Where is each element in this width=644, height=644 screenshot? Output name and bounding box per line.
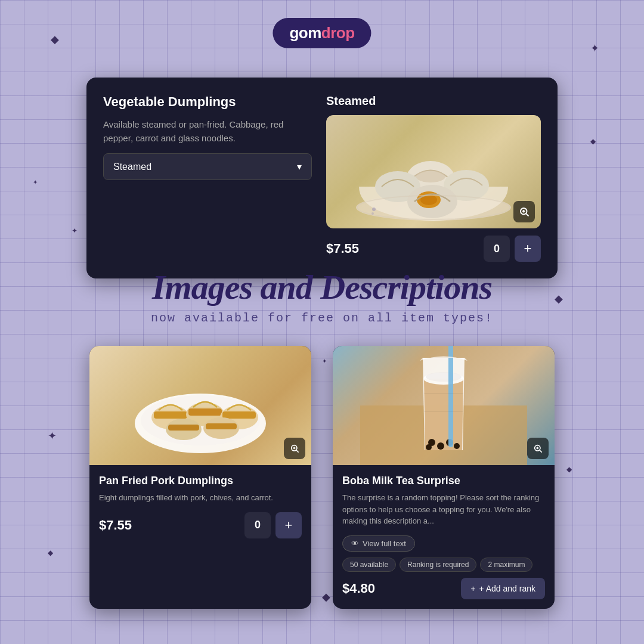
add-to-cart-button[interactable]: +: [515, 236, 541, 262]
chevron-down-icon: ▾: [297, 161, 302, 172]
boba-card-body: Boba Milk Tea Surprise The surprise is a…: [333, 465, 555, 609]
dropdown-value: Steamed: [113, 162, 151, 172]
pan-fried-card: Pan Fried Pork Dumplings Eight dumplings…: [89, 346, 311, 609]
pan-fried-qty-controls: 0 +: [244, 512, 302, 538]
boba-title: Boba Milk Tea Surprise: [342, 475, 545, 487]
boba-price: $4.80: [342, 581, 375, 596]
quantity-display: 0: [484, 236, 510, 262]
pan-fried-title: Pan Fried Pork Dumplings: [99, 475, 302, 487]
plus-icon: +: [470, 584, 475, 593]
svg-rect-18: [154, 411, 187, 419]
svg-line-12: [526, 213, 528, 216]
boba-image-container: [333, 346, 555, 465]
pan-fried-image: [89, 346, 311, 465]
logo-gom: gom: [289, 24, 321, 42]
boba-tags-row: 50 available Ranking is required 2 maxim…: [342, 558, 545, 572]
main-product-card: Vegetable Dumplings Available steamed or…: [86, 78, 558, 278]
pan-fried-image-container: [89, 346, 311, 465]
pan-fried-description: Eight dumplings filled with pork, chives…: [99, 492, 302, 504]
main-card-left: Vegetable Dumplings Available steamed or…: [103, 94, 312, 262]
sparkle-decoration: ◆: [566, 465, 572, 473]
pan-fried-quantity: 0: [244, 512, 271, 538]
svg-point-10: [371, 212, 374, 215]
sparkle-decoration: ◆: [590, 137, 596, 145]
sparkle-decoration: ✦: [48, 429, 57, 442]
product-title: Vegetable Dumplings: [103, 94, 312, 110]
boba-zoom-icon[interactable]: [527, 438, 549, 459]
sparkle-decoration: ✦: [590, 42, 599, 55]
pan-fried-card-body: Pan Fried Pork Dumplings Eight dumplings…: [89, 465, 311, 548]
svg-line-43: [540, 450, 542, 453]
boba-price-row: $4.80 + + Add and rank: [342, 578, 545, 599]
svg-rect-39: [448, 346, 453, 447]
boba-image: [333, 346, 555, 465]
bottom-cards-row: Pan Fried Pork Dumplings Eight dumplings…: [89, 346, 555, 609]
availability-tag: 50 available: [342, 558, 396, 572]
product-description: Available steamed or pan-fried. Cabbage,…: [103, 118, 312, 145]
svg-rect-22: [222, 411, 256, 419]
svg-point-2: [416, 171, 445, 182]
view-full-text-button[interactable]: 👁 View full text: [342, 535, 415, 552]
sparkle-decoration: ✦: [33, 179, 38, 185]
boba-card: Boba Milk Tea Surprise The surprise is a…: [333, 346, 555, 609]
svg-rect-26: [206, 423, 237, 429]
add-and-rank-button[interactable]: + + Add and rank: [461, 578, 545, 599]
view-full-label: View full text: [363, 539, 406, 548]
product-image: [326, 115, 541, 228]
svg-point-37: [454, 443, 460, 449]
svg-line-28: [296, 450, 299, 453]
svg-point-35: [437, 442, 444, 450]
image-zoom-icon[interactable]: [513, 201, 535, 222]
sparkle-decoration: ◆: [48, 549, 53, 557]
ranking-required-tag: Ranking is required: [400, 558, 476, 572]
eye-icon: 👁: [351, 539, 359, 548]
section-title-area: Images and Descriptions now available fo…: [83, 268, 561, 325]
add-rank-label: + Add and rank: [479, 584, 535, 593]
sparkle-decoration: ✦: [72, 227, 78, 235]
product-image-container: [326, 115, 541, 228]
svg-point-38: [426, 444, 432, 450]
pan-fried-price-row: $7.55 0 +: [99, 512, 302, 538]
svg-point-33: [426, 372, 462, 382]
section-main-heading: Images and Descriptions: [83, 268, 561, 306]
svg-rect-24: [168, 425, 199, 431]
quantity-controls: 0 +: [484, 236, 541, 262]
logo: gomdrop: [273, 18, 371, 48]
pan-fried-add-button[interactable]: +: [275, 512, 302, 538]
section-subheading: now available for free on all item types…: [83, 311, 561, 325]
pan-fried-price: $7.55: [99, 518, 132, 533]
variant-dropdown[interactable]: Steamed ▾: [103, 153, 312, 180]
svg-rect-20: [188, 408, 222, 416]
image-variant-label: Steamed: [326, 94, 541, 108]
maximum-tag: 2 maximum: [480, 558, 532, 572]
product-price: $7.55: [326, 241, 359, 256]
sparkle-decoration: ◆: [51, 33, 59, 46]
price-row: $7.55 0 +: [326, 236, 541, 262]
pan-fried-zoom-icon[interactable]: [284, 438, 305, 459]
boba-description: The surprise is a random topping! Please…: [342, 492, 545, 527]
logo-drop: drop: [321, 24, 355, 42]
svg-point-9: [372, 208, 376, 211]
main-card-right: Steamed: [326, 94, 541, 262]
